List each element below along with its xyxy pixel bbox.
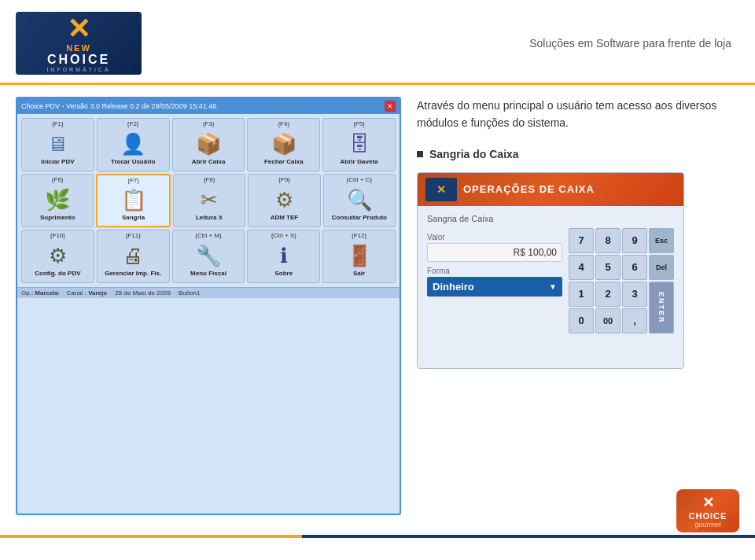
numpad-enter[interactable]: ENTER <box>649 282 674 333</box>
pdv-cell-abrir-caixa[interactable]: {F3} 📦 Abrir Caixa <box>172 118 245 171</box>
box2-icon: 📦 <box>271 132 296 157</box>
numpad-8[interactable]: 8 <box>595 228 621 253</box>
right-panel: Através do menu principal o usuário tem … <box>417 97 739 515</box>
caixa-section-title: Sangria de Caixa <box>427 214 674 223</box>
numpad-4[interactable]: 4 <box>569 255 594 280</box>
numpad-6[interactable]: 6 <box>622 255 647 280</box>
numpad-5[interactable]: 5 <box>595 255 621 280</box>
caixa-logo-x: ✕ <box>436 183 446 196</box>
numpad-3[interactable]: 3 <box>622 282 647 307</box>
info-icon: ℹ <box>280 244 288 268</box>
logo-info-text: INFORMÁTICA <box>46 67 110 72</box>
leaf-icon: 🌿 <box>45 188 70 212</box>
pdv-close-button[interactable]: ✕ <box>385 101 396 112</box>
printer-icon: 🖨 <box>123 244 143 268</box>
pdv-cell-fechar-caixa[interactable]: {F4} 📦 Fechar Caixa <box>247 118 320 171</box>
numpad-comma[interactable]: , <box>622 308 647 333</box>
pdv-cell-config-pdv[interactable]: {F10} ⚙ Config. do PDV <box>21 230 94 283</box>
pdv-cell-consultar-produto[interactable]: {Ctrl + C} 🔍 Consultar Produto <box>323 174 396 227</box>
cell-label-consultar: Consultar Produto <box>332 214 387 221</box>
key-f2: {F2} <box>98 120 169 127</box>
caixa-row: Valor R$ 100,00 Forma Dinheiro ▼ 7 8 9 E <box>427 228 674 360</box>
cell-label-iniciar: Iniciar PDV <box>41 158 74 165</box>
cell-label-trocar: Trocar Usuário <box>111 158 155 165</box>
pdv-cell-sobre[interactable]: {Ctrl + S} ℹ Sobre <box>247 230 320 283</box>
cell-label-config-pdv: Config. do PDV <box>35 270 80 277</box>
header: ✕ NEW CHOICE INFORMÁTICA Soluções em Sof… <box>0 0 755 85</box>
pdv-row-3: {F10} ⚙ Config. do PDV {F11} 🖨 Gerenciar… <box>21 230 396 283</box>
logo-box: ✕ NEW CHOICE INFORMÁTICA <box>16 12 142 75</box>
bottom-line <box>0 535 755 538</box>
person-icon: 👤 <box>120 132 145 157</box>
numpad-7[interactable]: 7 <box>569 228 594 253</box>
exit-icon: 🚪 <box>347 244 372 268</box>
status-canal-value: Varejo <box>88 289 107 297</box>
caixa-popup: ✕ OPERAÇÕES DE CAIXA Sangria de Caixa Va… <box>417 172 684 369</box>
caixa-forma-value: Dinheiro <box>433 281 474 293</box>
bullet-item-sangria: Sangria do Caixa <box>417 148 739 160</box>
status-button1: Button1 <box>179 289 201 297</box>
caixa-title: OPERAÇÕES DE CAIXA <box>463 183 595 195</box>
cell-label-abrir-caixa: Abrir Caixa <box>192 158 226 165</box>
caixa-valor-input[interactable]: R$ 100,00 <box>427 243 562 262</box>
numpad-del[interactable]: Del <box>649 255 674 280</box>
main-content: Choice PDV - Versão 3.0 Release 0.2 de 2… <box>0 85 755 523</box>
numpad-0[interactable]: 0 <box>569 308 594 333</box>
key-f1: {F1} <box>22 120 94 127</box>
computer-icon: 🖥 <box>47 132 68 157</box>
safe-icon: 🗄 <box>349 132 370 157</box>
status-canal: Canal : Varejo <box>67 289 108 297</box>
pdv-cell-leitura-x[interactable]: {F8} ✂ Leitura X <box>173 174 245 227</box>
cell-label-fechar-caixa: Fechar Caixa <box>264 158 304 165</box>
search-icon: 🔍 <box>347 188 372 212</box>
logo-x-icon: ✕ <box>67 15 90 43</box>
pdv-cell-gerenciar-imp[interactable]: {F11} 🖨 Gerenciar Imp. Fis. <box>97 230 170 283</box>
pdv-statusbar: Op.: Marcelo Canal : Varejo 29 de Maio d… <box>17 287 400 298</box>
scissors-icon: ✂ <box>201 188 218 212</box>
bullet-label-sangria: Sangria do Caixa <box>429 148 519 160</box>
status-date: 29 de Maio de 2009 <box>115 289 171 297</box>
status-operador-value: Marcelo <box>35 289 58 297</box>
bullet-section: Sangria do Caixa <box>417 148 739 160</box>
cell-label-sair: Sair <box>353 270 365 277</box>
pdv-cell-iniciar-pdv[interactable]: {F1} 🖥 Iniciar PDV <box>21 118 94 171</box>
numpad-9[interactable]: 9 <box>622 228 647 253</box>
key-ctrl-s: {Ctrl + S} <box>248 232 319 239</box>
header-tagline: Soluções em Software para frente de loja <box>529 37 731 50</box>
numpad-2[interactable]: 2 <box>595 282 621 307</box>
caixa-body: Sangria de Caixa Valor R$ 100,00 Forma D… <box>418 206 683 368</box>
caixa-form: Valor R$ 100,00 Forma Dinheiro ▼ <box>427 228 562 297</box>
key-f6: {F6} <box>22 176 93 183</box>
choice-gourmet-sub: gourmet <box>694 521 720 529</box>
description-text: Através do menu principal o usuário tem … <box>417 97 739 132</box>
numpad: 7 8 9 Esc 4 5 6 Del 1 2 3 ENTER 0 00 <box>569 228 674 360</box>
pdv-cell-suprimento[interactable]: {F6} 🌿 Suprimento <box>21 174 94 227</box>
status-operador: Op.: Marcelo <box>21 289 59 297</box>
cell-label-sangria: Sangria <box>122 214 145 221</box>
key-f9: {F9} <box>249 176 319 183</box>
config-icon: ⚙ <box>49 244 67 268</box>
numpad-1[interactable]: 1 <box>569 282 594 307</box>
caixa-logo-small: ✕ <box>425 178 457 201</box>
pdv-grid: {F1} 🖥 Iniciar PDV {F2} 👤 Trocar Usuário… <box>17 114 400 287</box>
gear-icon: ⚙ <box>275 188 293 212</box>
logo-background: ✕ NEW CHOICE INFORMÁTICA <box>16 12 142 75</box>
key-ctrl-c: {Ctrl + C} <box>324 176 395 183</box>
pdv-cell-abrir-gaveta[interactable]: {F5} 🗄 Abrir Gaveta <box>322 118 396 171</box>
numpad-00[interactable]: 00 <box>595 308 621 333</box>
cell-label-sobre: Sobre <box>274 270 293 277</box>
caixa-forma-select[interactable]: Dinheiro ▼ <box>427 277 562 297</box>
pdv-cell-trocar-usuario[interactable]: {F2} 👤 Trocar Usuário <box>97 118 170 171</box>
key-ctrl-m: {Ctrl + M} <box>173 232 245 239</box>
cell-label-menu-fiscal: Menu Fiscal <box>190 270 226 277</box>
pdv-title: Choice PDV - Versão 3.0 Release 0.2 de 2… <box>21 102 385 110</box>
pdv-cell-sair[interactable]: {F12} 🚪 Sair <box>322 230 396 283</box>
pdv-cell-menu-fiscal[interactable]: {Ctrl + M} 🔧 Menu Fiscal <box>172 230 245 283</box>
key-f5: {F5} <box>323 120 395 127</box>
pdv-cell-sangria[interactable]: {F7} 📋 Sangria <box>96 174 170 227</box>
pdv-row-2: {F6} 🌿 Suprimento {F7} 📋 Sangria {F8} ✂ … <box>21 174 396 227</box>
caixa-valor-label: Valor <box>427 233 562 241</box>
numpad-esc[interactable]: Esc <box>649 228 674 253</box>
pdv-cell-adm-tef[interactable]: {F9} ⚙ ADM TEF <box>248 174 320 227</box>
tools-icon: 🔧 <box>196 244 221 268</box>
